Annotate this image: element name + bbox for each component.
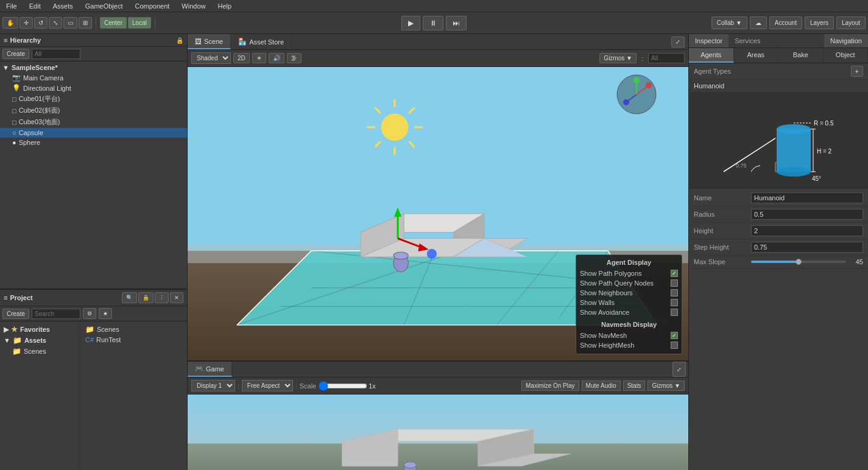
rect-tool-btn[interactable]: ▭ — [63, 17, 77, 29]
show-navmesh-checkbox[interactable]: ✓ — [671, 332, 678, 339]
audio-btn[interactable]: 🔊 — [269, 53, 284, 63]
cloud-btn[interactable]: ☁ — [750, 16, 767, 29]
hand-tool-btn[interactable]: ✋ — [2, 17, 18, 29]
2d-btn[interactable]: 2D — [233, 53, 250, 63]
scale-value: 1x — [369, 382, 376, 390]
project-lock-btn[interactable]: 🔒 — [138, 292, 153, 303]
add-agent-btn[interactable]: + — [851, 66, 863, 77]
layers-btn[interactable]: Layers — [805, 16, 834, 29]
aspect-select[interactable]: Free Aspect — [242, 380, 293, 391]
favorites-header[interactable]: ▶ ★ Favorites — [0, 324, 79, 335]
project-header-left: ≡ Project — [4, 294, 33, 301]
asset-store-tab-icon: 🏪 — [238, 38, 247, 46]
shading-select[interactable]: Shaded — [191, 52, 231, 64]
max-slope-slider-thumb[interactable] — [796, 259, 802, 265]
hierarchy-item-sphere[interactable]: ● Sphere — [0, 138, 187, 147]
game-gizmos-btn[interactable]: Gizmos ▼ — [647, 381, 685, 391]
show-neighbours-row: Show Neighbours — [580, 288, 678, 298]
project-runtest-item[interactable]: C# RunTest — [82, 335, 185, 345]
assets-triangle: ▼ — [4, 337, 10, 344]
show-path-query-nodes-checkbox[interactable] — [671, 279, 678, 287]
name-input[interactable] — [751, 192, 863, 203]
hierarchy-item-cube01[interactable]: □ Cube01(平台) — [0, 93, 187, 105]
radius-input[interactable] — [751, 209, 863, 220]
project-create-btn[interactable]: Create — [2, 309, 29, 319]
show-path-polygons-checkbox[interactable]: ✓ — [671, 270, 678, 277]
hierarchy-scene-root[interactable]: ▼ SampleScene* — [0, 63, 187, 72]
scenes-sidebar-item[interactable]: 📁 Scenes — [0, 346, 79, 357]
tab-game[interactable]: 🎮 Game — [188, 362, 232, 377]
rotate-tool-btn[interactable]: ↺ — [34, 17, 48, 29]
stats-btn[interactable]: Stats — [623, 381, 646, 391]
menu-window[interactable]: Window — [179, 1, 208, 11]
hierarchy-search-input[interactable] — [32, 49, 80, 59]
assets-icon: 📁 — [13, 336, 22, 345]
maximize-on-play-btn[interactable]: Maximize On Play — [521, 381, 579, 391]
tab-scene[interactable]: 🖼 Scene — [188, 34, 231, 49]
asset-store-tab-label: Asset Store — [249, 38, 284, 46]
tab-inspector[interactable]: Inspector — [689, 34, 729, 47]
move-tool-btn[interactable]: ✛ — [19, 17, 33, 29]
display-select[interactable]: Display 1 — [191, 380, 235, 391]
show-walls-checkbox[interactable] — [671, 299, 678, 306]
menu-gameobject[interactable]: GameObject — [83, 1, 125, 11]
show-height-mesh-checkbox[interactable] — [671, 342, 678, 349]
menu-component[interactable]: Component — [132, 1, 172, 11]
tab-agents[interactable]: Agents — [689, 48, 734, 63]
project-title: Project — [10, 294, 32, 301]
scene-maximize-btn[interactable]: ⤢ — [671, 37, 685, 47]
project-close-btn[interactable]: ✕ — [170, 292, 183, 303]
step-height-input[interactable] — [751, 242, 863, 253]
height-input[interactable] — [751, 225, 863, 236]
tab-navigation[interactable]: Navigation — [824, 34, 868, 47]
hierarchy-item-capsule[interactable]: ○ Capsule — [0, 128, 187, 138]
project-scenes-item[interactable]: 📁 Scenes — [82, 324, 185, 335]
hierarchy-item-main-camera[interactable]: 📷 Main Camera — [0, 72, 187, 83]
collab-btn[interactable]: Collab ▼ — [711, 16, 747, 29]
tab-areas[interactable]: Areas — [734, 48, 779, 63]
pause-btn[interactable]: ⏸ — [423, 16, 443, 30]
project-more-btn[interactable]: ⋮ — [155, 292, 169, 303]
svg-text:45°: 45° — [812, 175, 821, 182]
mute-audio-btn[interactable]: Mute Audio — [582, 381, 621, 391]
project-star-btn[interactable]: ★ — [99, 308, 112, 319]
hierarchy-item-cube02[interactable]: □ Cube02(斜面) — [0, 105, 187, 116]
play-btn[interactable]: ▶ — [401, 16, 420, 30]
gizmos-search-input[interactable] — [648, 53, 685, 63]
project-search-btn[interactable]: 🔍 — [122, 292, 137, 303]
scene-tab-icon: 🖼 — [195, 38, 202, 45]
max-slope-slider[interactable] — [751, 261, 846, 263]
step-btn[interactable]: ⏭ — [446, 16, 467, 30]
favorites-triangle: ▶ — [4, 326, 9, 334]
menu-help[interactable]: Help — [215, 1, 234, 11]
project-filter-btn[interactable]: ⚙ — [83, 308, 96, 319]
hierarchy-create-btn[interactable]: Create — [2, 49, 29, 59]
layout-btn[interactable]: Layout — [836, 16, 866, 29]
center-btn[interactable]: Center — [100, 17, 127, 29]
scale-tool-btn[interactable]: ⤡ — [49, 17, 62, 29]
show-neighbours-checkbox[interactable] — [671, 289, 678, 296]
project-search-input[interactable] — [32, 309, 80, 319]
show-avoidance-checkbox[interactable] — [671, 309, 678, 316]
menu-assets[interactable]: Assets — [51, 1, 76, 11]
hierarchy-item-directional-light[interactable]: 💡 Directional Light — [0, 83, 187, 93]
tab-services[interactable]: Services — [729, 34, 766, 47]
local-btn[interactable]: Local — [128, 17, 151, 29]
gizmos-btn[interactable]: Gizmos ▼ — [599, 53, 637, 63]
assets-header[interactable]: ▼ 📁 Assets — [0, 335, 79, 346]
scene-viewport[interactable]: Persp Agent Display Show Path Polygons ✓… — [188, 67, 688, 360]
aspect-divider: | — [295, 382, 297, 390]
agent-humanoid-row[interactable]: Humanoid — [689, 80, 868, 93]
menu-file[interactable]: File — [4, 1, 19, 11]
tab-asset-store[interactable]: 🏪 Asset Store — [231, 34, 292, 49]
game-maximize-btn[interactable]: ⤢ — [672, 362, 686, 377]
account-btn[interactable]: Account — [769, 16, 802, 29]
transform-tool-btn[interactable]: ⊞ — [79, 17, 92, 29]
lighting-btn[interactable]: ☀ — [252, 53, 266, 63]
tab-object[interactable]: Object — [824, 48, 869, 63]
effects-btn[interactable]: 🌫 — [287, 53, 302, 63]
scale-slider[interactable] — [319, 381, 367, 391]
menu-edit[interactable]: Edit — [27, 1, 43, 11]
tab-bake[interactable]: Bake — [778, 48, 824, 63]
hierarchy-item-cube03[interactable]: □ Cube03(地面) — [0, 116, 187, 128]
